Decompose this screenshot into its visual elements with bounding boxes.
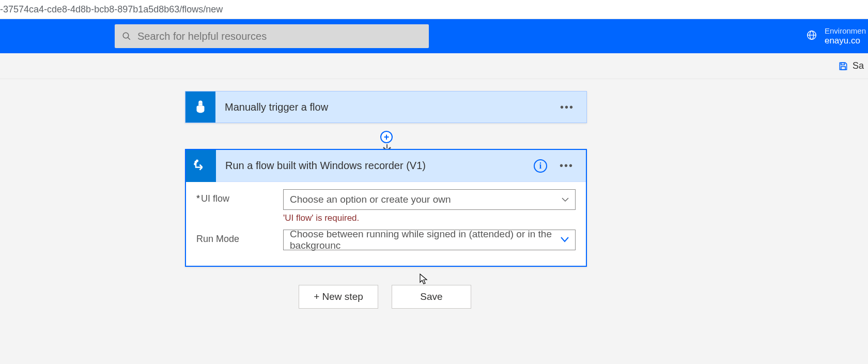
action-icon — [186, 150, 216, 182]
action-more-icon[interactable]: ••• — [556, 158, 577, 174]
environment-label: Environmen — [825, 26, 866, 36]
search-icon — [122, 32, 131, 41]
ui-flow-label: UI flow — [196, 189, 283, 204]
svg-point-0 — [123, 33, 129, 38]
svg-rect-6 — [841, 66, 845, 69]
app-header: Environmen enayu.co — [0, 19, 868, 53]
toolbar-save-label: Sa — [853, 60, 864, 71]
svg-rect-5 — [841, 63, 845, 65]
flow-canvas: Manually trigger a flow ••• + Run a — [0, 79, 868, 364]
action-form: UI flow Choose an option or create your … — [186, 182, 586, 266]
environment-picker[interactable]: Environmen enayu.co — [806, 19, 868, 53]
run-mode-placeholder: Choose between running while signed in (… — [290, 229, 561, 251]
save-button[interactable]: Save — [392, 285, 471, 309]
search-box[interactable] — [115, 24, 429, 48]
action-card[interactable]: Run a flow built with Windows recorder (… — [185, 149, 587, 267]
ui-flow-dropdown[interactable]: Choose an option or create your own — [283, 189, 576, 210]
toolbar-save-button[interactable]: Sa — [838, 60, 864, 71]
run-mode-dropdown[interactable]: Choose between running while signed in (… — [283, 230, 576, 250]
svg-point-9 — [195, 161, 197, 163]
url-text: -37574ca4-cde8-4d8b-bcb8-897b1a5d8b63/fl… — [0, 4, 223, 15]
environment-icon — [806, 29, 817, 43]
chevron-down-icon — [562, 195, 569, 204]
search-input[interactable] — [137, 31, 422, 42]
ui-flow-placeholder: Choose an option or create your own — [290, 194, 451, 205]
action-title: Run a flow built with Windows recorder (… — [225, 160, 426, 172]
browser-url-bar[interactable]: -37574ca4-cde8-4d8b-bcb8-897b1a5d8b63/fl… — [0, 0, 868, 19]
flow-toolbar: Sa — [0, 53, 868, 79]
environment-name: enayu.co — [825, 36, 866, 46]
info-icon[interactable]: i — [534, 159, 547, 173]
chevron-down-icon — [561, 235, 569, 245]
trigger-more-icon[interactable]: ••• — [557, 99, 577, 115]
new-step-button[interactable]: + New step — [299, 285, 378, 309]
insert-step-button[interactable]: + — [380, 131, 393, 143]
run-mode-label: Run Mode — [196, 230, 283, 245]
trigger-card[interactable]: Manually trigger a flow ••• — [185, 91, 587, 123]
svg-point-10 — [195, 163, 196, 165]
save-icon — [838, 61, 848, 71]
svg-line-1 — [128, 37, 130, 40]
trigger-icon — [185, 92, 215, 123]
ui-flow-validation: 'UI flow' is required. — [283, 213, 576, 223]
trigger-title: Manually trigger a flow — [225, 101, 328, 113]
